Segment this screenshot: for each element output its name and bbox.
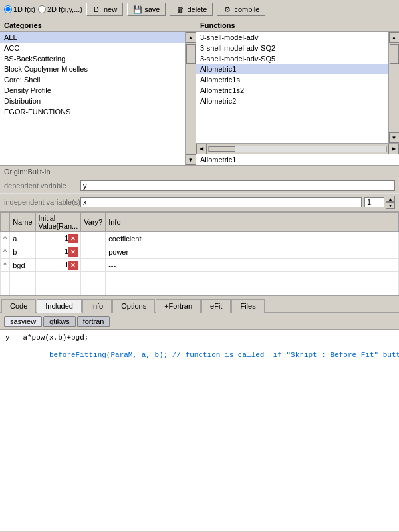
params-section: Name Initial Value[Ran... Vary? Info ^ a… xyxy=(0,212,399,296)
vary-badge[interactable]: ✕ xyxy=(68,247,78,257)
col-header-value: Initial Value[Ran... xyxy=(35,213,81,232)
function-item[interactable]: Allometric1 xyxy=(196,64,388,74)
radio-2d[interactable] xyxy=(38,5,46,13)
functions-list[interactable]: 3-shell-model-adv3-shell-model-adv-SQ23-… xyxy=(196,32,388,143)
functions-h-scroll-left[interactable]: ◀ xyxy=(196,144,207,154)
functions-scroll-up[interactable]: ▲ xyxy=(389,32,400,43)
row-value: 1✕ xyxy=(35,245,81,259)
function-item[interactable]: 3-shell-model-adv-SQ5 xyxy=(196,53,388,64)
origin-label: Origin::Built-In xyxy=(4,168,51,176)
selected-function-display: Allometric1 xyxy=(196,154,399,165)
category-item[interactable]: Distribution xyxy=(0,96,185,106)
radio-1d-label[interactable]: 1D f(x) xyxy=(4,5,35,13)
categories-scroll-up[interactable]: ▲ xyxy=(186,32,196,43)
code-editor[interactable]: y = a*pow(x,b)+bgd; beforeFitting(ParaM,… xyxy=(0,330,399,531)
table-row: ^ b 1✕ power xyxy=(1,245,399,259)
function-item[interactable]: 3-shell-model-adv xyxy=(196,32,388,43)
categories-scroll-thumb[interactable] xyxy=(186,44,196,64)
toolbar: 1D f(x) 2D f(x,y,...) 🗋 new 💾 save 🗑 del… xyxy=(0,0,399,19)
tab-options[interactable]: Options xyxy=(112,299,155,313)
tab-plus-fortran[interactable]: +Fortran xyxy=(156,299,201,313)
dependent-var-input[interactable] xyxy=(80,180,395,191)
functions-scroll-thumb[interactable] xyxy=(390,44,399,64)
row-name: b xyxy=(10,245,35,259)
vary-badge[interactable]: ✕ xyxy=(68,234,78,243)
row-name: bgd xyxy=(10,259,35,272)
row-value: 1✕ xyxy=(35,259,81,272)
tabs-row: CodeIncludedInfoOptions+FortraneFitFiles xyxy=(0,296,399,313)
categories-panel: Categories ALLACCBS-BackScatteringBlock … xyxy=(0,19,196,165)
row-value: 1✕ xyxy=(35,232,81,245)
functions-list-container: 3-shell-model-adv3-shell-model-adv-SQ23-… xyxy=(196,32,399,143)
tab-included[interactable]: Included xyxy=(37,299,82,313)
col-header-vary: Vary? xyxy=(81,213,106,232)
row-vary xyxy=(81,259,106,272)
main-area: Categories ALLACCBS-BackScatteringBlock … xyxy=(0,19,399,531)
compile-icon: ⚙ xyxy=(223,5,232,14)
categories-header: Categories xyxy=(0,19,196,32)
categories-list[interactable]: ALLACCBS-BackScatteringBlock Copolymer M… xyxy=(0,32,185,165)
origin-row: Origin::Built-In xyxy=(0,166,399,178)
row-caret: ^ xyxy=(1,232,10,245)
dependent-var-row: dependent variable xyxy=(0,178,399,194)
tab-efit[interactable]: eFit xyxy=(201,299,231,313)
tab-files[interactable]: Files xyxy=(231,299,264,313)
stepper-up[interactable]: ▲ xyxy=(386,196,395,202)
categories-scrollbar[interactable]: ▲ ▼ xyxy=(185,32,196,165)
functions-h-scroll-track[interactable] xyxy=(208,146,387,152)
category-item[interactable]: BS-BackScattering xyxy=(0,53,185,64)
tab-code[interactable]: Code xyxy=(1,299,36,313)
subtab-qtikws[interactable]: qtikws xyxy=(43,316,76,327)
functions-h-scroll-right[interactable]: ▶ xyxy=(388,144,399,154)
var-count-group: ▲ ▼ xyxy=(364,196,395,209)
category-item[interactable]: EGOR-FUNCTIONS xyxy=(0,106,185,117)
functions-h-scrollbar[interactable]: ◀ ▶ xyxy=(196,143,399,154)
stepper-down[interactable]: ▼ xyxy=(386,202,395,209)
var-stepper[interactable]: ▲ ▼ xyxy=(386,196,395,209)
row-info: power xyxy=(106,245,399,259)
radio-1d[interactable] xyxy=(4,5,12,13)
category-item[interactable]: Block Copolymer Micelles xyxy=(0,64,185,74)
category-item[interactable]: ACC xyxy=(0,43,185,53)
independent-var-label: independent variable(s) xyxy=(4,198,80,206)
row-name: a xyxy=(10,232,35,245)
row-info: --- xyxy=(106,259,399,272)
function-item[interactable]: 3-shell-model-adv-SQ2 xyxy=(196,43,388,53)
save-icon: 💾 xyxy=(133,5,142,14)
radio-2d-text: 2D f(x,y,...) xyxy=(47,5,82,13)
col-header-caret xyxy=(1,213,10,232)
subtab-fortran[interactable]: fortran xyxy=(77,316,110,327)
save-button[interactable]: 💾 save xyxy=(127,3,166,16)
functions-header: Functions xyxy=(196,19,399,32)
subtab-sasview[interactable]: sasview xyxy=(4,316,42,327)
category-item[interactable]: ALL xyxy=(0,32,185,43)
function-item[interactable]: Allometric1s2 xyxy=(196,85,388,96)
delete-button[interactable]: 🗑 delete xyxy=(170,3,213,16)
radio-2d-label[interactable]: 2D f(x,y,...) xyxy=(38,5,82,13)
code-subtabs: sasview qtikws fortran xyxy=(0,313,399,330)
row-vary xyxy=(81,232,106,245)
independent-var-input[interactable] xyxy=(80,197,362,207)
category-item[interactable]: Density Profile xyxy=(0,85,185,96)
var-count-input[interactable] xyxy=(364,197,384,207)
dimension-radio-group: 1D f(x) 2D f(x,y,...) xyxy=(4,5,82,13)
functions-panel: Functions 3-shell-model-adv3-shell-model… xyxy=(196,19,399,165)
dependent-var-label: dependent variable xyxy=(4,182,80,190)
tab-info[interactable]: Info xyxy=(82,299,112,313)
independent-var-row: independent variable(s) ▲ ▼ xyxy=(0,194,399,211)
compile-button[interactable]: ⚙ compile xyxy=(217,3,265,16)
functions-scroll-down[interactable]: ▼ xyxy=(389,132,400,143)
function-item[interactable]: Allometric2 xyxy=(196,96,388,106)
functions-scrollbar[interactable]: ▲ ▼ xyxy=(388,32,399,143)
row-caret: ^ xyxy=(1,259,10,272)
function-item[interactable]: Allometric1s xyxy=(196,74,388,85)
vary-badge[interactable]: ✕ xyxy=(68,261,78,270)
row-info: coefficient xyxy=(106,232,399,245)
categories-scroll-down[interactable]: ▼ xyxy=(186,154,196,165)
functions-h-scroll-thumb[interactable] xyxy=(209,146,235,152)
top-section: Categories ALLACCBS-BackScatteringBlock … xyxy=(0,19,399,166)
new-button[interactable]: 🗋 new xyxy=(86,3,123,16)
code-line-1: y = a*pow(x,b)+bgd; xyxy=(5,334,394,342)
col-header-info: Info xyxy=(106,213,399,232)
category-item[interactable]: Core::Shell xyxy=(0,74,185,85)
